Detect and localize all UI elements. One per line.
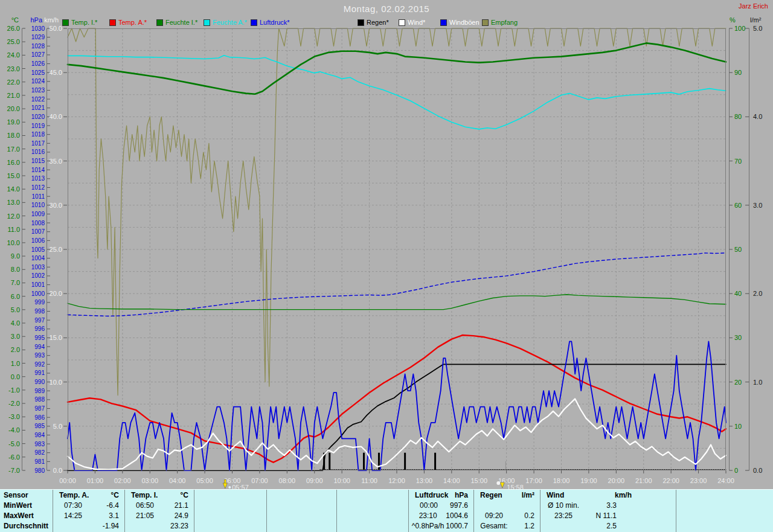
svg-text:1017: 1017 — [31, 140, 45, 147]
svg-text:985: 985 — [34, 423, 45, 429]
table-col-luftdruck: LuftdruckhPa 00:00997.6 23:101004.6 ^0.8… — [409, 490, 474, 532]
svg-text:994: 994 — [34, 344, 45, 350]
svg-text:45.0: 45.0 — [50, 69, 62, 76]
svg-text:998: 998 — [34, 308, 45, 315]
svg-text:14.0: 14.0 — [7, 185, 20, 193]
svg-text:18:00: 18:00 — [553, 477, 570, 484]
svg-text:1028: 1028 — [31, 43, 45, 50]
weather-app-window: Montag, 02.02.2015 Jarz Erich 26.025.024… — [0, 0, 773, 532]
svg-text:16.0: 16.0 — [7, 159, 20, 166]
legend-item-feuchte-i[interactable]: Feuchte I.* — [156, 19, 197, 26]
svg-text:981: 981 — [34, 458, 45, 465]
legend-swatch — [62, 19, 69, 26]
svg-text:989: 989 — [34, 388, 45, 394]
svg-text:1008: 1008 — [31, 220, 45, 226]
svg-text:993: 993 — [34, 352, 45, 359]
sunrise-time-label: 05:57 — [232, 484, 249, 489]
col-name: Luftdruck — [415, 490, 448, 501]
svg-text:1.0: 1.0 — [11, 360, 20, 367]
svg-text:1029: 1029 — [31, 34, 45, 40]
svg-text:3.0: 3.0 — [753, 202, 762, 209]
svg-text:1026: 1026 — [31, 60, 45, 67]
legend-swatch — [156, 19, 163, 26]
svg-text:-3.0: -3.0 — [8, 413, 20, 420]
svg-text:70: 70 — [734, 158, 742, 165]
svg-text:04:00: 04:00 — [169, 477, 186, 484]
svg-text:9.0: 9.0 — [11, 252, 20, 260]
svg-text:-7.0: -7.0 — [8, 467, 20, 474]
axis-time: 00:0001:0002:0003:0004:0005:0006:0007:00… — [59, 470, 734, 484]
avg-value: 2.5 — [585, 521, 622, 531]
max-time: 14:25 — [53, 511, 92, 521]
table-col-temp-i: Temp. I.°C 06:5021.1 21:0524.9 23.23 — [125, 490, 194, 532]
avg-time — [53, 521, 92, 531]
svg-text:1024: 1024 — [31, 78, 45, 85]
legend-label: Windböen — [449, 19, 480, 26]
avg-time — [540, 521, 585, 531]
svg-text:30: 30 — [734, 334, 742, 341]
svg-text:5.0: 5.0 — [53, 423, 62, 430]
svg-text:0.0: 0.0 — [753, 467, 762, 474]
table-col-empty-4 — [676, 490, 773, 532]
svg-text:10.0: 10.0 — [50, 379, 62, 386]
svg-text:18.0: 18.0 — [7, 132, 20, 139]
svg-text:100: 100 — [734, 25, 745, 32]
avg-value: 1000.7 — [446, 521, 473, 531]
legend-label: Feuchte I.* — [165, 19, 197, 26]
sunset-icon — [496, 481, 500, 485]
svg-text:24.0: 24.0 — [7, 51, 20, 59]
legend-item-luftdruck[interactable]: Luftdruck* — [251, 19, 290, 26]
legend-label: Empfang — [491, 19, 518, 26]
svg-text:2.0: 2.0 — [753, 290, 762, 297]
avg-time — [125, 521, 164, 531]
min-time: 07:30 — [53, 501, 92, 511]
legend-item-temp-i[interactable]: Temp. I.* — [62, 19, 97, 26]
col-name: Wind — [547, 490, 564, 501]
legend-item-wind[interactable]: Wind* — [399, 19, 425, 26]
max-time: 23:10 — [409, 511, 446, 521]
svg-text:00:00: 00:00 — [59, 477, 76, 484]
svg-text:22:00: 22:00 — [662, 477, 679, 484]
svg-text:40: 40 — [734, 290, 742, 297]
svg-text:1023: 1023 — [31, 87, 45, 94]
svg-text:8.0: 8.0 — [11, 266, 20, 273]
svg-text:0.0: 0.0 — [53, 467, 62, 474]
min-value: 997.6 — [447, 501, 473, 511]
svg-text:13:00: 13:00 — [416, 477, 433, 484]
svg-text:19:00: 19:00 — [580, 477, 597, 484]
svg-text:%: % — [730, 16, 736, 24]
svg-text:987: 987 — [34, 405, 45, 412]
max-value: 0.2 — [513, 511, 540, 521]
svg-text:4.0: 4.0 — [753, 113, 762, 120]
svg-text:26.0: 26.0 — [7, 25, 20, 32]
max-time: 09:20 — [474, 511, 513, 521]
svg-text:17:00: 17:00 — [525, 477, 542, 484]
svg-text:25.0: 25.0 — [50, 246, 62, 253]
col-name: Regen — [480, 490, 502, 501]
legend-label: Temp. A.* — [118, 19, 147, 26]
avg-time: Gesamt: — [474, 521, 513, 531]
legend-item-feuchte-a[interactable]: Feuchte A.* — [204, 19, 247, 26]
svg-text:1015: 1015 — [31, 158, 45, 164]
svg-text:12:00: 12:00 — [388, 477, 405, 484]
max-time: 23:25 — [540, 511, 585, 521]
legend-item-windb-en[interactable]: Windböen — [440, 19, 480, 26]
table-col-regen: Regenl/m² 09:200.2 Gesamt:1.2 — [474, 490, 540, 532]
legend-item-empfang[interactable]: Empfang — [482, 19, 518, 26]
table-col-empty-1 — [194, 490, 267, 532]
legend-item-regen[interactable]: Regen* — [358, 19, 389, 26]
svg-text:1016: 1016 — [31, 149, 45, 155]
legend-label: Feuchte A.* — [213, 19, 247, 26]
table-row-labels: Sensor MinWert MaxWert Durchschnitt — [0, 490, 53, 532]
table-col-wind: Windkm/h Ø 10 min.3.3 23:25N 11.1 2.5 — [540, 490, 676, 532]
min-value: 21.1 — [164, 501, 194, 511]
legend-label: Regen* — [367, 19, 389, 26]
row-label-min: MinWert — [0, 501, 53, 511]
svg-text:983: 983 — [34, 441, 45, 447]
legend-label: Temp. I.* — [71, 19, 97, 26]
svg-text:996: 996 — [34, 325, 45, 332]
svg-text:km/h: km/h — [44, 16, 59, 24]
svg-text:20.0: 20.0 — [7, 105, 20, 112]
svg-text:1001: 1001 — [31, 281, 45, 288]
legend-item-temp-a[interactable]: Temp. A.* — [109, 19, 147, 26]
